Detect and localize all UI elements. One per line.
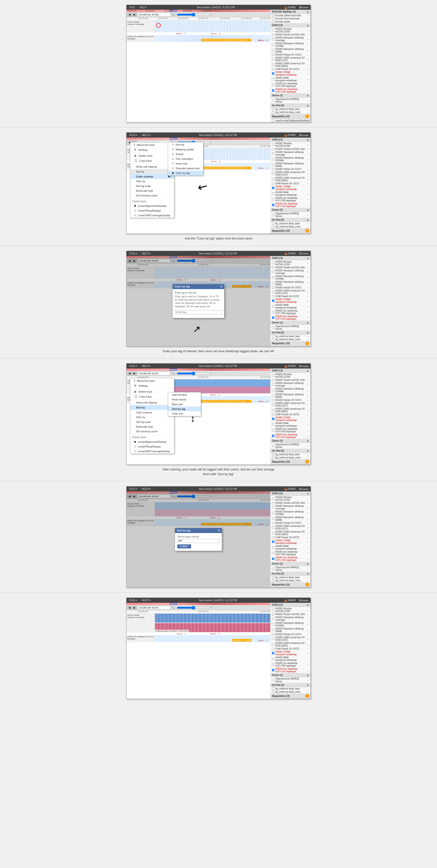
sort-tag-input-5[interactable] bbox=[177, 539, 220, 543]
sort-start-4[interactable]: Start location bbox=[168, 393, 201, 397]
ctx4-autoscale[interactable]: Autoscale type bbox=[130, 424, 174, 429]
cs-insertsize-2[interactable]: Insert size bbox=[168, 161, 203, 166]
help-menu-4[interactable]: HELP ▾ bbox=[141, 364, 152, 368]
help-menu-3[interactable]: HELP ▾ bbox=[141, 251, 152, 255]
sidebar-map-header-2[interactable]: Mappability (10) ! bbox=[270, 228, 311, 234]
s6-map-header[interactable]: Mappability (10) ! bbox=[270, 693, 311, 699]
help-menu-5[interactable]: HELP ▾ bbox=[141, 487, 152, 491]
ctx4-copy[interactable]: 📋Copy track bbox=[130, 394, 174, 399]
dialog-tag-input-3[interactable] bbox=[175, 310, 222, 314]
sidebar-map-header-1[interactable]: Mappability (10) ! bbox=[270, 114, 311, 119]
ctx-minmax-2[interactable]: Set min/max score bbox=[130, 193, 174, 198]
s6-giab-header[interactable]: GIAB (13)▲ bbox=[270, 603, 311, 607]
s4-isoseq-header[interactable]: Iso-Seq (2)▲ bbox=[270, 448, 311, 453]
ctx-display-snp-2[interactable]: LinearSNPCoverageDisplay bbox=[130, 213, 174, 218]
ctx4-linear[interactable]: LinearAlignmentsDisplay bbox=[130, 439, 174, 444]
share-btn-1[interactable]: 📤 SHARE bbox=[284, 6, 296, 9]
file-menu-4[interactable]: FILE ▾ bbox=[128, 364, 138, 368]
ctx-display-linear-2[interactable]: LinearAlignmentsDisplay bbox=[130, 204, 174, 208]
dialog-close-btn-3[interactable]: ✕ bbox=[220, 285, 222, 288]
ctx-delete-2[interactable]: 🗑Delete track bbox=[130, 153, 174, 158]
ctx4-sortby[interactable]: Sort by▶ bbox=[130, 405, 174, 410]
dialog-overlay-5: Sort by tag ✕ Set the tag to sort by SUB… bbox=[126, 491, 270, 587]
ctx-about-2[interactable]: ℹAbout this track bbox=[130, 142, 174, 147]
s5-isoseq-header[interactable]: Iso-Seq (2)▲ bbox=[270, 571, 311, 576]
location-input-1[interactable] bbox=[137, 13, 171, 17]
file-menu-2[interactable]: FILE ▾ bbox=[128, 133, 138, 137]
zoom-slider-1[interactable] bbox=[177, 13, 210, 17]
ctx-autoscale-2[interactable]: Autoscale type bbox=[130, 188, 174, 193]
cs-mapq-2[interactable]: Mapping quality bbox=[168, 147, 203, 152]
help-menu-6[interactable]: HELP ▾ bbox=[141, 598, 152, 602]
zoom-in-icon-1[interactable]: + bbox=[210, 13, 212, 16]
cs-strandpair-2[interactable]: Stranded paired-end bbox=[168, 166, 203, 171]
file-menu-5[interactable]: FILE ▾ bbox=[128, 487, 138, 491]
s4-genes-header[interactable]: Genes (1)▲ bbox=[270, 439, 311, 443]
s6-genes-header[interactable]: Genes (1)▲ bbox=[270, 673, 311, 677]
nav-fwd-4[interactable]: ▶ bbox=[133, 372, 137, 375]
cs-colorbytag-2[interactable]: Color by tag bbox=[168, 171, 203, 176]
sort-basepair-4[interactable]: Base pair bbox=[168, 402, 201, 407]
cs-strand-2[interactable]: Strand bbox=[168, 152, 203, 156]
ctx-sortby-2[interactable]: Sort by▶ bbox=[130, 169, 174, 174]
sort-strand-4[interactable]: Read strand bbox=[168, 397, 201, 402]
file-menu-6[interactable]: FILE ▾ bbox=[128, 598, 138, 602]
ctx4-logscale[interactable]: Set log scale bbox=[130, 420, 174, 424]
ctx-settings-2[interactable]: ⚙Settings bbox=[130, 147, 174, 152]
nav-back-btn-1[interactable]: ◀ bbox=[127, 13, 132, 17]
ctx4-about[interactable]: ℹAbout this track bbox=[130, 378, 174, 383]
s5-map-header[interactable]: Mappability (10) ! bbox=[270, 582, 311, 587]
ctx4-delete[interactable]: 🗑Delete track bbox=[130, 389, 174, 394]
share-btn-6[interactable]: 📤 SHARE bbox=[284, 599, 296, 601]
sidebar-genes-header-2[interactable]: Genes (1)▲ bbox=[270, 208, 311, 212]
sidebar-giab-header-1[interactable]: GIAB (13) ▲ bbox=[270, 23, 311, 27]
sort-clear-4[interactable]: Clear sort bbox=[168, 411, 201, 416]
help-menu-1[interactable]: HELP bbox=[139, 5, 147, 9]
s3-map-header[interactable]: Mappability (10) ! bbox=[270, 341, 311, 346]
ctx4-colorscheme[interactable]: Color scheme▶ bbox=[130, 410, 174, 415]
sidebar-giab-header-2[interactable]: GIAB (13)▲ bbox=[270, 137, 311, 142]
sort-bytag-4[interactable]: Sort by tag bbox=[168, 407, 201, 411]
ctx4-softclip[interactable]: Show soft clipping bbox=[130, 400, 174, 405]
nav-back-4[interactable]: ◀ bbox=[127, 372, 132, 375]
ctx4-filterby[interactable]: Filter by bbox=[130, 415, 174, 420]
sidebar-isoseq-header-1[interactable]: Iso-Seq (2) ▲ bbox=[270, 103, 311, 107]
share-btn-5[interactable]: 📤 SHARE bbox=[284, 488, 296, 490]
zoom-out-icon-1[interactable]: − bbox=[175, 13, 176, 16]
share-btn-4[interactable]: 📤 SHARE bbox=[284, 365, 296, 367]
file-menu-1[interactable]: FILE bbox=[128, 5, 136, 9]
s4-giab-header[interactable]: GIAB (13)▲ bbox=[270, 369, 311, 373]
sidebar-genes-header-1[interactable]: Genes (1) ▲ bbox=[270, 93, 311, 98]
s5-genes-header[interactable]: Genes (1)▲ bbox=[270, 562, 311, 566]
s3-genes-header[interactable]: Genes (1)▲ bbox=[270, 320, 311, 325]
s3-giab-header[interactable]: GIAB (13)▲ bbox=[270, 256, 311, 260]
help-menu-2[interactable]: HELP ▾ bbox=[141, 133, 152, 137]
ctx4-settings[interactable]: ⚙Settings bbox=[130, 383, 174, 388]
s4-map-header[interactable]: Mappability (10) ! bbox=[270, 459, 311, 464]
zoom-in-2[interactable]: + bbox=[210, 142, 212, 144]
dialog-close-5[interactable]: ✕ bbox=[218, 529, 220, 532]
ctx-colorscheme-2[interactable]: Color scheme▶ bbox=[130, 174, 174, 179]
cs-normal-2[interactable]: Normal bbox=[168, 142, 203, 147]
cs-pairorient-2[interactable]: Pair orientation bbox=[168, 156, 203, 161]
ctx-copy-2[interactable]: 📋Copy track bbox=[130, 158, 174, 163]
ctx-display-pileup-2[interactable]: LinearPileupDisplay bbox=[130, 208, 174, 213]
s6-isoseq-header[interactable]: Iso-Seq (2)▲ bbox=[270, 683, 311, 687]
sidebar-isoseq-header-2[interactable]: Iso-Seq (2)▲ bbox=[270, 218, 311, 222]
share-btn-2[interactable]: 📤 SHARE bbox=[284, 134, 296, 136]
sort-submit-btn-5[interactable]: SUBMIT bbox=[177, 545, 191, 549]
file-menu-3[interactable]: FILE ▾ bbox=[128, 251, 138, 255]
ctx4-minmax[interactable]: Set min/max score bbox=[130, 429, 174, 434]
ctx-logscale-2[interactable]: Set log scale bbox=[130, 184, 174, 188]
location-input-4[interactable] bbox=[137, 372, 171, 375]
s3-isoseq-header[interactable]: Iso-Seq (2)▲ bbox=[270, 331, 311, 335]
share-btn-3[interactable]: 📤 SHARE bbox=[284, 252, 296, 255]
ctx-softclip-2[interactable]: Show soft clipping bbox=[130, 164, 174, 169]
ctx-filterby-2[interactable]: Filter by bbox=[130, 179, 174, 184]
s5-giab-header[interactable]: GIAB (13)▲ bbox=[270, 491, 311, 496]
sidebar-encode-header-1[interactable]: ENCODE BigWigs (3) ▲ bbox=[270, 10, 311, 14]
s3-gi-4: HG002 Nanopore ultralong (CRAM)— bbox=[270, 275, 311, 280]
ctx4-snp[interactable]: LinearSNPCoverageDisplay bbox=[130, 449, 174, 454]
nav-fwd-btn-1[interactable]: ▶ bbox=[133, 13, 137, 17]
ctx4-pileup[interactable]: LinearPileupDisplay bbox=[130, 444, 174, 449]
